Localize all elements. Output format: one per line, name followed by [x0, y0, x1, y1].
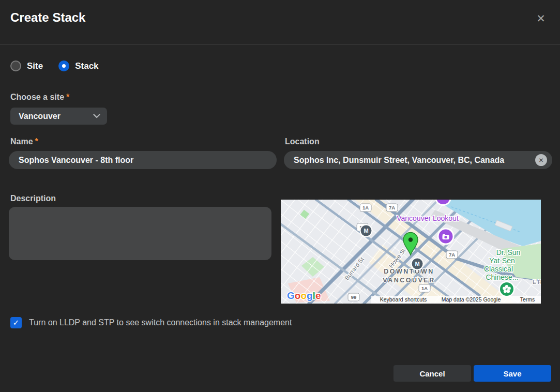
google-logo[interactable]: Google	[287, 290, 321, 301]
type-radio-group: Site Stack	[10, 61, 99, 71]
choose-site-label: Choose a site*	[10, 93, 69, 102]
create-stack-dialog: Create Stack ✕ Site Stack Choose a site*…	[0, 0, 560, 392]
map-data-attribution: Map data ©2025 Google	[442, 296, 501, 303]
header-divider	[0, 44, 560, 45]
required-asterisk: *	[66, 93, 69, 101]
save-button[interactable]: Save	[474, 365, 551, 382]
metro-station-icon: M	[411, 258, 424, 270]
route-shield: 1A	[360, 204, 371, 212]
svg-text:Dr. Sun: Dr. Sun	[496, 248, 521, 257]
required-asterisk: *	[35, 137, 38, 146]
description-textarea[interactable]	[9, 207, 271, 260]
cancel-button[interactable]: Cancel	[393, 365, 471, 382]
garden-poi-icon	[499, 281, 515, 297]
clear-location-icon[interactable]: ✕	[535, 154, 547, 166]
radio-option-site[interactable]: Site	[10, 61, 43, 71]
svg-text:VANCOUVER: VANCOUVER	[383, 277, 435, 284]
route-shield: 99	[348, 293, 359, 301]
close-icon[interactable]: ✕	[533, 10, 549, 27]
lldp-checkbox-row: ✓ Turn on LLDP and STP to see switch con…	[10, 317, 292, 328]
poi-label-lookout: Vancouver Lookout	[397, 214, 459, 222]
svg-text:Yat-Sen: Yat-Sen	[489, 257, 515, 265]
checkmark-icon: ✓	[13, 318, 20, 327]
route-shield: 7A	[446, 251, 458, 259]
route-shield: 1A	[419, 284, 430, 292]
location-map[interactable]: Burrard St Howe St E H DOWNTOWN VANCOUVE…	[281, 200, 541, 304]
lldp-checkbox[interactable]: ✓	[10, 317, 22, 328]
site-select[interactable]: Vancouver	[10, 108, 107, 125]
radio-site[interactable]	[10, 61, 21, 71]
svg-text:Classical: Classical	[484, 265, 513, 273]
keyboard-shortcuts-link[interactable]: Keyboard shortcuts	[380, 296, 427, 303]
svg-text:1A: 1A	[421, 285, 428, 291]
location-input[interactable]	[284, 151, 552, 169]
camera-poi-icon	[437, 228, 455, 245]
radio-site-label: Site	[27, 61, 43, 71]
svg-text:7A: 7A	[389, 205, 395, 210]
location-label: Location	[285, 137, 320, 146]
terms-link[interactable]: Terms	[520, 296, 535, 303]
page-title: Create Stack	[10, 10, 85, 25]
svg-text:1A: 1A	[362, 205, 369, 210]
svg-text:Chinese...: Chinese...	[486, 273, 518, 281]
name-label: Name*	[10, 137, 38, 146]
radio-option-stack[interactable]: Stack	[58, 61, 98, 71]
svg-text:99: 99	[351, 294, 357, 300]
route-shield: 7A	[386, 204, 398, 212]
svg-text:M: M	[415, 261, 419, 267]
metro-station-icon: M	[360, 224, 373, 237]
name-input[interactable]	[9, 151, 277, 169]
lldp-checkbox-label: Turn on LLDP and STP to see switch conne…	[29, 318, 292, 327]
svg-text:DOWNTOWN: DOWNTOWN	[384, 268, 434, 275]
svg-text:7A: 7A	[449, 252, 455, 258]
street-label-east: E H	[533, 279, 541, 285]
chevron-down-icon	[93, 114, 100, 118]
radio-stack-label: Stack	[75, 61, 98, 71]
radio-stack[interactable]	[58, 61, 69, 71]
site-select-value: Vancouver	[19, 112, 60, 121]
svg-text:M: M	[364, 228, 368, 234]
description-label: Description	[10, 194, 56, 203]
google-map-canvas: Burrard St Howe St E H DOWNTOWN VANCOUVE…	[281, 200, 541, 304]
